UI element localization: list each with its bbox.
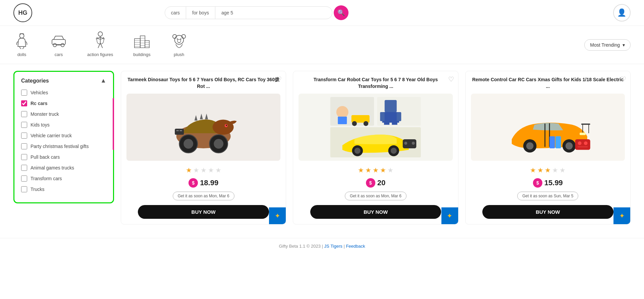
product-1-wishlist-button[interactable]: ♡ xyxy=(276,75,282,83)
product-3-wishlist-button[interactable]: ♡ xyxy=(620,75,626,83)
product-1-image xyxy=(126,94,280,161)
search-bar-wrapper: cars for boys age 5 🔍 xyxy=(165,5,348,20)
category-buildings[interactable]: buildings xyxy=(133,33,150,57)
svg-rect-44 xyxy=(338,117,347,124)
filter-rc-cars-label: Rc cars xyxy=(31,101,48,106)
filter-animal-games[interactable]: Animal games trucks xyxy=(21,165,106,171)
user-avatar[interactable]: 👤 xyxy=(613,4,631,21)
search-button[interactable]: 🔍 xyxy=(334,5,348,20)
product-3-title: Remote Control Car RC Cars Xmas Gifts fo… xyxy=(471,77,625,90)
filter-transform-cars-checkbox[interactable] xyxy=(21,176,27,182)
sidebar: Categories ▲ Vehicles Rc cars Monster tr… xyxy=(13,71,114,203)
filter-rc-cars[interactable]: Rc cars xyxy=(21,100,106,106)
sort-dropdown[interactable]: Most Trending ▾ xyxy=(584,39,631,51)
svg-point-69 xyxy=(566,142,573,150)
chevron-down-icon: ▾ xyxy=(623,42,625,48)
bear-icon xyxy=(171,33,187,49)
product-3-image xyxy=(471,94,625,161)
building-icon xyxy=(133,33,150,49)
filter-party-christmas[interactable]: Party christmas festival gifts xyxy=(21,143,106,149)
svg-point-25 xyxy=(174,35,183,44)
filter-transform-cars[interactable]: Transform cars xyxy=(21,176,106,182)
product-2-image xyxy=(299,94,452,161)
footer-text: Gifty Beta 1.1 © 2023 | xyxy=(279,244,324,249)
category-plush[interactable]: plush xyxy=(171,33,187,57)
filter-vehicle-carrier[interactable]: Vehicle carrier truck xyxy=(21,133,106,139)
filter-monster-truck[interactable]: Monster truck xyxy=(21,111,106,117)
search-term-1[interactable]: cars xyxy=(165,7,186,19)
sidebar-title: Categories xyxy=(21,78,49,84)
footer-link[interactable]: JS Tigers xyxy=(324,244,342,249)
filter-party-christmas-checkbox[interactable] xyxy=(21,143,27,149)
product-3-buy-button[interactable]: BUY NOW xyxy=(482,205,613,219)
product-card-2: Transform Car Robot Car Toys for 5 6 7 8… xyxy=(293,71,458,225)
category-cars[interactable]: cars xyxy=(50,33,67,57)
category-plush-label: plush xyxy=(174,52,184,57)
sort-label: Most Trending xyxy=(590,42,620,48)
sidebar-scrollbar[interactable] xyxy=(113,98,114,150)
product-3-price: 15.99 xyxy=(544,179,563,187)
car-icon xyxy=(50,33,67,49)
filter-trucks-checkbox[interactable] xyxy=(21,186,27,192)
search-term-2[interactable]: for boys xyxy=(186,7,215,19)
filter-kids-toys-label: Kids toys xyxy=(31,122,50,128)
product-1-price: 18.99 xyxy=(200,179,218,187)
product-1-stars: ★ ★ ★ ★ ★ xyxy=(186,166,221,174)
filter-pull-back-cars[interactable]: Pull back cars xyxy=(21,154,106,160)
svg-rect-78 xyxy=(578,146,588,148)
search-bar: cars for boys age 5 xyxy=(165,6,332,19)
svg-rect-75 xyxy=(575,139,590,150)
svg-point-62 xyxy=(412,142,415,145)
filter-trucks[interactable]: Trucks xyxy=(21,186,106,192)
filter-pull-back-cars-label: Pull back cars xyxy=(31,154,60,160)
doll-icon xyxy=(13,33,30,49)
product-1-title: Tarmeek Dinosaur Toys for 5 6 7 Years Ol… xyxy=(126,77,280,90)
product-3-price-row: $ 15.99 xyxy=(533,178,563,188)
svg-rect-73 xyxy=(549,136,555,148)
product-2-wishlist-button[interactable]: ♡ xyxy=(448,75,454,83)
product-2-buy-button[interactable]: BUY NOW xyxy=(310,205,441,219)
category-dolls[interactable]: dolls xyxy=(13,33,30,57)
svg-point-76 xyxy=(578,141,581,145)
product-2-walmart-badge: ✦ xyxy=(441,207,458,224)
svg-rect-63 xyxy=(581,123,590,125)
product-3-walmart-badge: ✦ xyxy=(613,207,630,224)
product-1-price-row: $ 18.99 xyxy=(189,178,218,188)
figure-icon xyxy=(92,33,109,49)
filter-rc-cars-checkbox[interactable] xyxy=(21,100,27,106)
svg-rect-49 xyxy=(385,100,397,112)
category-dolls-label: dolls xyxy=(17,52,26,57)
svg-rect-51 xyxy=(380,112,385,121)
filter-vehicles-checkbox[interactable] xyxy=(21,90,27,96)
svg-rect-72 xyxy=(580,133,586,135)
svg-point-30 xyxy=(180,39,181,40)
price-icon: $ xyxy=(189,178,198,188)
svg-point-59 xyxy=(391,148,397,154)
filter-animal-games-checkbox[interactable] xyxy=(21,165,27,171)
search-term-3[interactable]: age 5 xyxy=(215,7,239,19)
filter-pull-back-cars-checkbox[interactable] xyxy=(21,154,27,160)
svg-point-61 xyxy=(404,142,407,145)
product-2-price: 20 xyxy=(377,179,385,187)
star-empty: ★ xyxy=(193,166,199,174)
filter-vehicle-carrier-checkbox[interactable] xyxy=(21,133,27,139)
category-bar: dolls cars xyxy=(0,26,644,64)
filter-monster-truck-checkbox[interactable] xyxy=(21,111,27,117)
filter-vehicles[interactable]: Vehicles xyxy=(21,90,106,96)
price-icon: $ xyxy=(533,178,542,188)
filter-kids-toys[interactable]: Kids toys xyxy=(21,122,106,128)
logo[interactable]: HG xyxy=(13,3,32,22)
star-empty: ★ xyxy=(559,166,566,174)
svg-point-47 xyxy=(364,121,368,126)
product-1-walmart-badge: ✦ xyxy=(269,207,286,224)
product-card-1: Tarmeek Dinosaur Toys for 5 6 7 Years Ol… xyxy=(121,71,286,225)
product-2-delivery: Get it as soon as Mon, Mar 6 xyxy=(345,192,407,200)
feedback-link[interactable]: Feedback xyxy=(346,244,365,249)
svg-point-67 xyxy=(526,142,534,150)
star-empty: ★ xyxy=(215,166,221,174)
category-action-figures[interactable]: action figures xyxy=(87,33,113,57)
filter-kids-toys-checkbox[interactable] xyxy=(21,122,27,128)
sidebar-collapse-button[interactable]: ▲ xyxy=(100,77,106,84)
product-card-3: Remote Control Car RC Cars Xmas Gifts fo… xyxy=(465,71,631,225)
product-1-buy-button[interactable]: BUY NOW xyxy=(138,205,269,219)
